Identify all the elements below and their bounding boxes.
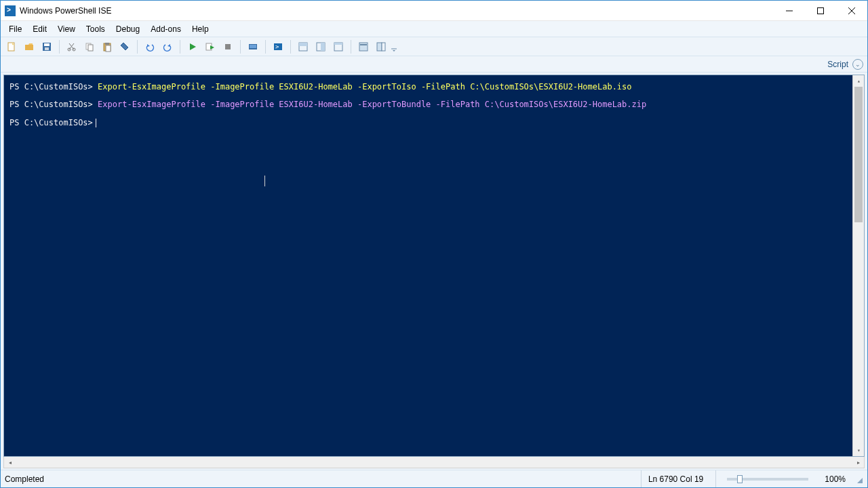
text-caret-icon [264,176,265,186]
redo-button[interactable] [159,39,176,54]
show-script-max-button[interactable] [330,39,347,54]
console-line: PS C:\CustomISOs> Export-EsxImageProfile… [9,82,859,92]
scroll-thumb[interactable] [854,87,863,222]
run-button[interactable] [184,39,201,54]
zoom-thumb[interactable] [737,475,743,483]
svg-rect-29 [334,43,342,45]
menu-file[interactable]: File [3,23,27,35]
menu-view[interactable]: View [52,23,81,35]
window-title: Windows PowerShell ISE [20,6,111,16]
show-command-addon-button[interactable] [373,39,389,54]
zoom-level: 100% [825,474,846,484]
run-selection-button[interactable] [202,39,218,54]
close-button[interactable] [836,1,867,21]
statusbar: Completed Ln 6790 Col 19 100% [1,470,867,487]
vertical-scrollbar[interactable]: ▴ ▾ [852,75,864,456]
svg-rect-27 [321,43,325,51]
maximize-button[interactable] [805,1,836,21]
console-line: PS C:\CustomISOs> Export-EsxImageProfile… [9,100,859,109]
svg-rect-21 [250,45,256,48]
svg-rect-5 [25,45,33,50]
new-button[interactable] [3,39,20,54]
svg-rect-14 [88,45,93,51]
svg-rect-30 [359,43,368,51]
scroll-left-button[interactable]: ◂ [4,457,16,468]
show-command-button[interactable] [355,39,372,54]
app-icon [5,5,16,16]
show-script-top-button[interactable] [295,39,311,54]
open-button[interactable] [21,39,37,54]
toolbar-overflow-button[interactable] [391,39,397,54]
start-powershell-button[interactable]: > [270,39,286,54]
menu-addons[interactable]: Add-ons [145,23,186,35]
menu-tools[interactable]: Tools [81,23,111,35]
scroll-up-button[interactable]: ▴ [853,75,865,87]
svg-rect-17 [106,45,111,52]
clear-button[interactable] [117,39,133,54]
svg-rect-25 [299,43,307,46]
stop-button[interactable] [220,39,236,54]
new-remote-button[interactable] [245,39,261,54]
input-cursor [96,119,96,127]
svg-rect-16 [105,43,109,45]
toolbar: > [1,37,867,56]
svg-line-2 [848,7,855,14]
show-script-right-button[interactable] [313,39,329,54]
console-line: PS C:\CustomISOs> [9,118,859,127]
svg-rect-33 [382,43,385,51]
svg-rect-32 [377,43,382,51]
menu-help[interactable]: Help [186,23,214,35]
svg-rect-31 [360,44,367,45]
script-pane-label: Script [827,60,848,69]
zoom-slider[interactable] [727,478,808,481]
menu-debug[interactable]: Debug [111,23,145,35]
expand-script-pane-button[interactable]: ⌄ [852,59,863,70]
svg-rect-8 [45,47,49,50]
scroll-down-button[interactable]: ▾ [853,445,865,456]
svg-rect-19 [225,44,231,49]
resize-grip-icon[interactable] [854,474,863,484]
svg-rect-1 [818,7,824,14]
cut-button[interactable] [64,39,80,54]
console-pane[interactable]: PS C:\CustomISOs> Export-EsxImageProfile… [3,75,865,457]
horizontal-scrollbar[interactable]: ◂ ▸ [3,457,865,468]
script-pane-header: Script ⌄ [1,56,867,73]
cursor-position: Ln 6790 Col 19 [641,470,710,487]
svg-line-3 [848,7,855,14]
minimize-button[interactable] [774,1,805,21]
zoom-control[interactable] [715,470,819,487]
titlebar: Windows PowerShell ISE [1,1,867,21]
status-text: Completed [5,474,44,484]
console-wrapper: PS C:\CustomISOs> Export-EsxImageProfile… [1,73,867,470]
scroll-right-button[interactable]: ▸ [852,457,864,468]
svg-rect-7 [44,43,50,46]
undo-button[interactable] [142,39,158,54]
menu-edit[interactable]: Edit [27,23,52,35]
copy-button[interactable] [81,39,98,54]
save-button[interactable] [39,39,55,54]
svg-text:>: > [275,43,279,50]
paste-button[interactable] [99,39,115,54]
menubar: File Edit View Tools Debug Add-ons Help [1,21,867,37]
